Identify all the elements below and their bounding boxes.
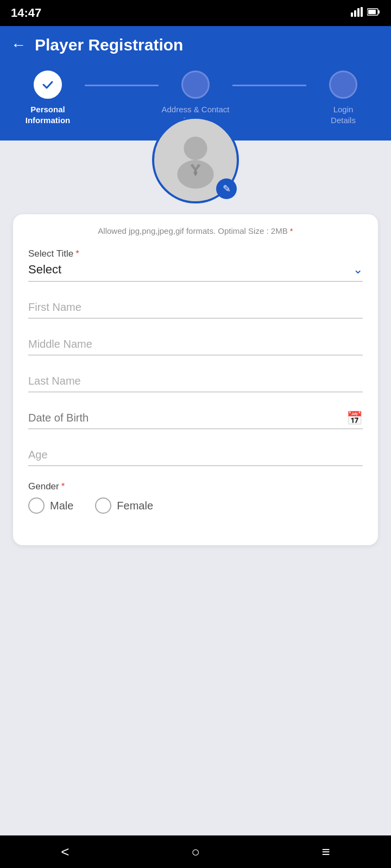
- first-name-input[interactable]: [28, 297, 363, 318]
- status-time: 14:47: [11, 6, 41, 20]
- connector-1-2: [85, 85, 159, 86]
- signal-icon: [351, 7, 363, 20]
- male-label: Male: [50, 500, 73, 512]
- nav-back-button[interactable]: <: [45, 839, 85, 865]
- female-radio[interactable]: [95, 497, 111, 514]
- dob-wrapper: 📅: [28, 407, 363, 429]
- gender-field-group: Gender * Male Female: [28, 481, 363, 514]
- gender-male-option[interactable]: Male: [28, 497, 73, 514]
- step-3-circle: [329, 71, 357, 99]
- edit-icon: ✎: [223, 183, 231, 195]
- gender-female-option[interactable]: Female: [95, 497, 153, 514]
- last-name-input[interactable]: [28, 371, 363, 392]
- step-1-circle: [34, 71, 62, 99]
- svg-rect-6: [368, 10, 376, 14]
- back-button[interactable]: ←: [11, 36, 26, 54]
- calendar-icon[interactable]: 📅: [346, 411, 363, 426]
- svg-rect-1: [354, 10, 356, 17]
- svg-point-7: [184, 137, 207, 160]
- first-name-field-group: [28, 297, 363, 318]
- step-3-label: LoginDetails: [331, 104, 356, 125]
- step-personal-info: PersonalInformation: [11, 71, 85, 125]
- age-field-group: [28, 444, 363, 466]
- title-select[interactable]: Select ⌄: [28, 263, 363, 282]
- age-input[interactable]: [28, 444, 363, 466]
- svg-rect-0: [351, 12, 353, 17]
- step-1-label: PersonalInformation: [26, 104, 71, 125]
- nav-home-button[interactable]: ○: [175, 839, 216, 865]
- title-select-value: Select: [28, 263, 61, 277]
- status-icons: [351, 7, 380, 20]
- dob-field-group: 📅: [28, 407, 363, 429]
- svg-rect-3: [361, 7, 363, 17]
- avatar-edit-button[interactable]: ✎: [216, 178, 237, 199]
- title-field-group: Select Title * Select ⌄: [28, 248, 363, 282]
- main-content: ✎ Allowed jpg,png,jpeg,gif formats. Opti…: [0, 141, 391, 835]
- form-card: Allowed jpg,png,jpeg,gif formats. Optima…: [13, 214, 378, 545]
- svg-rect-5: [378, 10, 380, 14]
- bottom-nav: < ○ ≡: [0, 835, 391, 868]
- battery-icon: [367, 8, 380, 19]
- dob-input[interactable]: [28, 407, 346, 429]
- male-radio[interactable]: [28, 497, 45, 514]
- gender-options: Male Female: [28, 497, 363, 514]
- last-name-field-group: [28, 371, 363, 392]
- title-label: Select Title *: [28, 248, 363, 259]
- avatar-wrapper: ✎: [152, 117, 239, 203]
- middle-name-input[interactable]: [28, 334, 363, 355]
- step-2-circle: [181, 71, 210, 99]
- svg-rect-2: [357, 8, 360, 17]
- chevron-down-icon: ⌄: [353, 263, 363, 277]
- photo-hint: Allowed jpg,png,jpeg,gif formats. Optima…: [28, 225, 363, 237]
- status-bar: 14:47: [0, 0, 391, 26]
- step-login-details: LoginDetails: [306, 71, 380, 125]
- middle-name-field-group: [28, 334, 363, 355]
- nav-menu-button[interactable]: ≡: [306, 839, 346, 865]
- gender-label: Gender *: [28, 481, 363, 492]
- page-title: Player Registration: [35, 36, 183, 54]
- female-label: Female: [117, 500, 153, 512]
- connector-2-3: [232, 85, 306, 86]
- avatar-section: ✎: [152, 117, 239, 203]
